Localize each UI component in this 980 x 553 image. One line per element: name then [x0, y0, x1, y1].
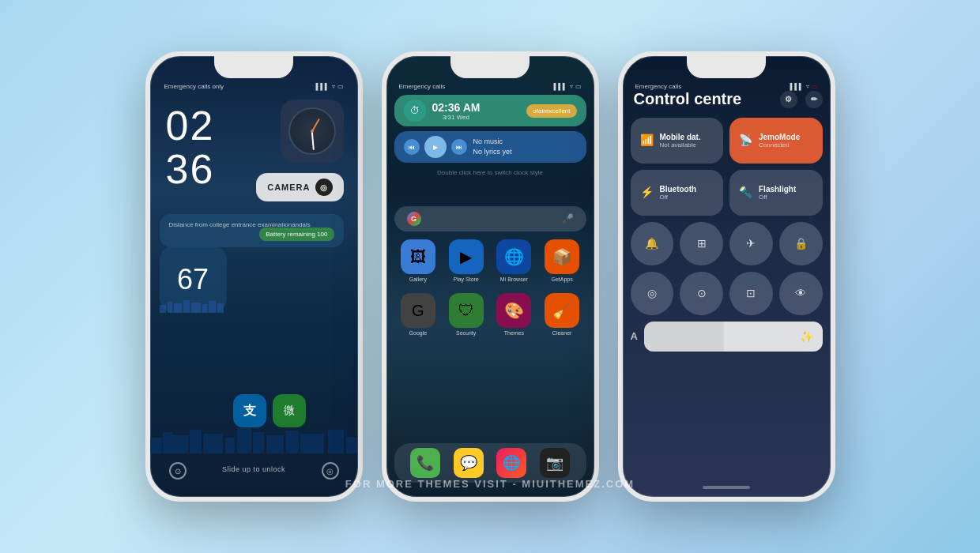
flashlight-label: Flashlight — [759, 185, 796, 194]
eye-button[interactable]: 👁 — [779, 272, 823, 315]
svg-rect-10 — [172, 435, 188, 453]
status-bar-1: Emergency calls only ▌▌▌ ▿ ▭ — [160, 83, 349, 90]
app-google[interactable]: G Google — [398, 293, 439, 336]
widget-time: 02:36 AM — [432, 101, 481, 114]
alipay-icon[interactable]: 支 — [233, 394, 266, 427]
time-widget[interactable]: ⏱ 02:36 AM 3/31 Wed ofairexcellent — [394, 95, 586, 126]
app-gallery[interactable]: 🖼 Gallery — [398, 239, 439, 282]
homescreen-content: Emergency calls ▌▌▌ ▿ ▭ ⏱ 02:36 AM 3/31 … — [386, 56, 594, 497]
bottom-center-icon[interactable]: ⊙ — [169, 462, 187, 480]
app-themes[interactable]: 🎨 Themes — [493, 293, 535, 336]
app-getapps[interactable]: 📦 GetApps — [541, 239, 583, 282]
location-button[interactable]: ◎ — [631, 272, 674, 315]
svg-rect-15 — [253, 432, 264, 453]
getapps-label: GetApps — [552, 276, 573, 282]
dock: 📞 💬 🌐 📷 — [394, 443, 586, 483]
clock-minute-hand — [311, 131, 315, 150]
bluetooth-label: Bluetooth — [660, 185, 697, 194]
slide-unlock-text: Slide up to unlock — [222, 465, 285, 473]
svg-rect-16 — [266, 435, 284, 453]
status-icons-2: ▌▌▌ ▿ ▭ — [553, 83, 581, 90]
app-playstore[interactable]: ▶ Play Store — [445, 239, 487, 282]
music-text: No music No lyrics yet — [473, 137, 512, 156]
screen-record-button[interactable]: ⊙ — [680, 272, 723, 315]
gallery-label: Gallery — [409, 276, 427, 282]
control-title-row: Control centre ⚙ ✏ — [631, 90, 823, 108]
dock-camera[interactable]: 📷 — [540, 448, 570, 478]
bottom-skyline — [150, 426, 358, 453]
signal-icon: ▌▌▌ — [315, 83, 329, 90]
music-sub: No lyrics yet — [473, 147, 512, 157]
number-widget: 67 — [160, 246, 227, 313]
playstore-label: Play Store — [453, 276, 478, 282]
play-button[interactable]: ▶ — [424, 136, 447, 158]
airplane-button[interactable]: ✈ — [729, 222, 773, 265]
svg-rect-4 — [191, 303, 201, 313]
app-mibrowser[interactable]: 🌐 Mi Browser — [493, 239, 535, 282]
lock-button[interactable]: 🔒 — [779, 222, 823, 265]
next-button[interactable]: ⏭ — [451, 139, 467, 155]
camera-button[interactable]: CAMERA ◎ — [256, 173, 343, 201]
ctrl-icons-row-2: ◎ ⊙ ⊡ 👁 — [631, 272, 823, 315]
svg-rect-20 — [346, 437, 357, 453]
camera-icon: ◎ — [315, 179, 333, 196]
analog-clock-widget[interactable] — [281, 100, 344, 163]
control-centre-title: Control centre — [634, 90, 742, 108]
edit-icon[interactable]: ✏ — [805, 91, 823, 108]
flashlight-tile[interactable]: 🔦 Flashlight Off — [729, 170, 823, 216]
svg-rect-0 — [160, 305, 166, 313]
battery-icon: ▭ — [337, 83, 344, 90]
status-text-2: Emergency calls — [399, 83, 446, 90]
status-bar-2: Emergency calls ▌▌▌ ▿ ▭ — [394, 83, 586, 90]
clock-center-dot — [311, 130, 314, 133]
music-widget[interactable]: ⏮ ▶ ⏭ No music No lyrics yet — [394, 131, 586, 163]
svg-rect-19 — [328, 430, 344, 453]
mic-icon[interactable]: 🎤 — [562, 213, 574, 224]
phone-homescreen: Emergency calls ▌▌▌ ▿ ▭ ⏱ 02:36 AM 3/31 … — [382, 51, 599, 502]
svg-rect-8 — [150, 438, 162, 453]
brightness-letter: A — [631, 330, 638, 342]
mibrowser-label: Mi Browser — [500, 276, 528, 282]
screenshot-button[interactable]: ⊞ — [680, 222, 723, 265]
app-cleaner[interactable]: 🧹 Cleaner — [541, 293, 583, 336]
svg-rect-6 — [209, 301, 216, 313]
svg-rect-12 — [203, 434, 223, 453]
app-security[interactable]: 🛡 Security — [445, 293, 487, 336]
svg-rect-2 — [174, 303, 182, 313]
bluetooth-tile[interactable]: ⚡ Bluetooth Off — [631, 170, 724, 216]
clock-hint: Double click here to switch clock style — [394, 167, 586, 178]
google-label: Google — [409, 330, 428, 336]
mobile-data-tile[interactable]: 📶 Mobile dat. Not available — [631, 118, 724, 164]
flashlight-sub: Off — [759, 194, 796, 201]
skyline-bg-svg — [150, 426, 363, 453]
svg-rect-14 — [237, 428, 251, 453]
music-title: No music — [473, 137, 512, 147]
controlcentre-content: Emergency calls ▌▌▌ ▿ ▭ Control centre ⚙… — [623, 56, 831, 497]
settings-icon[interactable]: ⚙ — [780, 91, 797, 108]
svg-rect-11 — [190, 430, 202, 453]
music-controls[interactable]: ⏮ ▶ ⏭ — [404, 136, 467, 158]
bell-button[interactable]: 🔔 — [631, 222, 674, 265]
wechat-icon[interactable]: 微 — [273, 394, 306, 427]
wifi-icon: ▿ — [332, 83, 335, 90]
widget-date: 3/31 Wed — [443, 114, 469, 121]
dock-phone[interactable]: 📞 — [410, 448, 440, 478]
dock-messages[interactable]: 💬 — [454, 448, 484, 478]
time-widget-left: 02:36 AM 3/31 Wed — [432, 101, 481, 121]
wifi-label: JemoMode — [759, 133, 800, 141]
brightness-slider[interactable]: ✨ — [644, 322, 823, 352]
brightness-icon: ✨ — [800, 330, 813, 343]
themes-icon: 🎨 — [496, 293, 531, 328]
battery-remaining: Battery remaining 100 — [259, 228, 334, 241]
wifi-tile[interactable]: 📡 JemoMode Connected — [729, 118, 823, 164]
big-number: 67 — [177, 263, 209, 296]
prev-button[interactable]: ⏮ — [404, 139, 420, 155]
svg-rect-17 — [286, 431, 299, 453]
bottom-camera-icon[interactable]: ◎ — [322, 462, 339, 480]
lockscreen-content: Emergency calls only ▌▌▌ ▿ ▭ 02 36 CA — [150, 56, 358, 497]
expand-button[interactable]: ⊡ — [729, 272, 773, 315]
themes-label: Themes — [504, 330, 524, 336]
dock-browser[interactable]: 🌐 — [496, 448, 526, 478]
control-row-2: ⚡ Bluetooth Off 🔦 Flashlight Off — [631, 170, 823, 216]
search-bar[interactable]: G 🎤 — [394, 206, 586, 231]
